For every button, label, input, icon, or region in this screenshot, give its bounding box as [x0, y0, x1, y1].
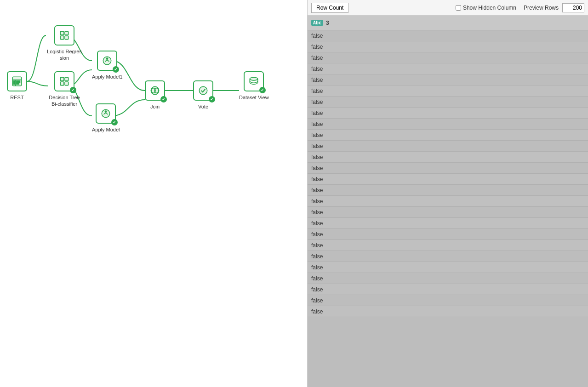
svg-rect-3 — [13, 81, 15, 82]
cell-value: false — [311, 121, 323, 127]
svg-rect-5 — [17, 81, 20, 82]
show-hidden-label: Show Hidden Column — [456, 5, 516, 11]
table-row: false — [308, 185, 588, 196]
workflow-canvas: REST Logistic Regres sion ✓ Apply Model1 — [0, 0, 307, 387]
table-row: false — [308, 262, 588, 273]
svg-rect-9 — [60, 36, 64, 40]
node-label-applymodel: Apply Model — [92, 126, 120, 133]
cell-value: false — [311, 275, 323, 282]
node-label-datasetview: Dataset View — [239, 94, 269, 101]
table-row: false — [308, 174, 588, 185]
node-check-datasetview: ✓ — [259, 87, 266, 93]
preview-rows-input[interactable] — [562, 3, 584, 12]
cell-value: false — [311, 176, 323, 182]
cell-value: false — [311, 165, 323, 171]
cell-value: false — [311, 253, 323, 260]
table-row: false — [308, 130, 588, 141]
cell-value: false — [311, 143, 323, 149]
svg-point-21 — [250, 77, 258, 80]
data-panel: Row Count Show Hidden Column Preview Row… — [307, 0, 588, 387]
svg-rect-14 — [65, 77, 69, 81]
table-row: false — [308, 41, 588, 52]
cell-value: false — [311, 110, 323, 116]
show-hidden-text: Show Hidden Column — [463, 5, 516, 11]
svg-point-20 — [199, 86, 207, 94]
table-row: false — [308, 273, 588, 284]
node-logistic[interactable]: Logistic Regres sion — [46, 25, 83, 62]
table-row: false — [308, 30, 588, 41]
cell-value: false — [311, 308, 323, 315]
node-rest[interactable]: REST — [7, 71, 27, 101]
cell-value: false — [311, 33, 323, 39]
table-row: false — [308, 97, 588, 108]
node-icon-vote: ✓ — [193, 80, 213, 101]
node-vote[interactable]: ✓ Vote — [193, 80, 213, 110]
node-label-rest: REST — [10, 94, 23, 101]
table-row: false — [308, 218, 588, 229]
svg-rect-15 — [60, 82, 64, 85]
cell-value: false — [311, 77, 323, 83]
table-row: false — [308, 207, 588, 218]
node-datasetview[interactable]: ✓ Dataset View — [239, 71, 269, 101]
svg-rect-8 — [65, 31, 69, 35]
svg-rect-16 — [65, 82, 69, 85]
table-row: false — [308, 152, 588, 163]
cell-value: false — [311, 99, 323, 105]
node-label-join: Join — [150, 103, 160, 110]
svg-rect-4 — [13, 83, 15, 84]
node-join[interactable]: ✓ Join — [145, 80, 165, 110]
table-row: false — [308, 52, 588, 63]
node-check-applymodel1: ✓ — [113, 66, 119, 73]
table-row: false — [308, 295, 588, 306]
cell-value: false — [311, 209, 323, 216]
cell-value: false — [311, 264, 323, 271]
cell-value: false — [311, 55, 323, 61]
node-icon-logistic — [54, 25, 74, 46]
svg-point-17 — [151, 86, 159, 94]
node-check-join: ✓ — [160, 96, 167, 102]
data-table: Abc 3 falsefalsefalsefalsefalsefalsefals… — [308, 16, 588, 387]
svg-point-23 — [105, 111, 107, 112]
node-applymodel[interactable]: ✓ Apply Model — [92, 103, 120, 133]
node-label-decisiontree: Decision Tree Bi-classifier — [46, 94, 83, 108]
table-row: false — [308, 196, 588, 207]
preview-rows-label: Preview Rows — [524, 5, 559, 11]
node-applymodel1[interactable]: ✓ Apply Model1 — [92, 51, 123, 80]
data-rows: falsefalsefalsefalsefalsefalsefalsefalse… — [308, 30, 588, 387]
cell-value: false — [311, 242, 323, 249]
node-label-vote: Vote — [198, 103, 208, 110]
node-icon-datasetview: ✓ — [244, 71, 264, 91]
node-check-vote: ✓ — [209, 96, 215, 102]
table-row: false — [308, 251, 588, 262]
col-type-badge: Abc — [311, 20, 323, 26]
node-check-applymodel: ✓ — [111, 119, 118, 125]
row-count-button[interactable]: Row Count — [311, 3, 348, 13]
table-row: false — [308, 229, 588, 240]
table-row: false — [308, 141, 588, 152]
svg-rect-7 — [60, 31, 64, 35]
svg-point-12 — [107, 58, 108, 59]
table-row: false — [308, 163, 588, 174]
cell-value: false — [311, 132, 323, 138]
node-icon-decisiontree: ✓ — [54, 71, 74, 91]
column-header: Abc 3 — [308, 16, 588, 30]
table-row: false — [308, 63, 588, 74]
cell-value: false — [311, 44, 323, 50]
node-check-decisiontree: ✓ — [70, 87, 76, 93]
table-row: false — [308, 108, 588, 119]
cell-value: false — [311, 88, 323, 94]
node-icon-applymodel: ✓ — [96, 103, 116, 124]
node-icon-applymodel1: ✓ — [97, 51, 117, 71]
svg-rect-6 — [17, 83, 19, 84]
table-row: false — [308, 85, 588, 97]
cell-value: false — [311, 154, 323, 160]
node-icon-join: ✓ — [145, 80, 165, 101]
table-row: false — [308, 306, 588, 317]
show-hidden-checkbox[interactable] — [456, 5, 461, 11]
cell-value: false — [311, 220, 323, 227]
node-label-applymodel1: Apply Model1 — [92, 74, 123, 80]
node-decisiontree[interactable]: ✓ Decision Tree Bi-classifier — [46, 71, 83, 108]
table-row: false — [308, 119, 588, 130]
node-icon-rest — [7, 71, 27, 91]
cell-value: false — [311, 198, 323, 205]
